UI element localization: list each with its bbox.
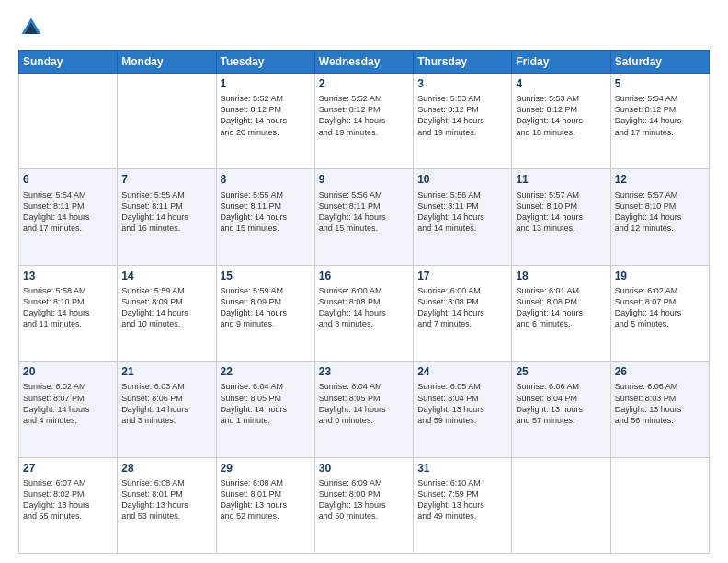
- calendar-week-3: 13Sunrise: 5:58 AMSunset: 8:10 PMDayligh…: [19, 265, 710, 361]
- calendar-header-sunday: Sunday: [19, 51, 118, 74]
- calendar-cell: 15Sunrise: 5:59 AMSunset: 8:09 PMDayligh…: [216, 265, 314, 361]
- calendar-cell: 1Sunrise: 5:52 AMSunset: 8:12 PMDaylight…: [216, 74, 314, 169]
- calendar-cell: 17Sunrise: 6:00 AMSunset: 8:08 PMDayligh…: [414, 265, 512, 361]
- calendar-cell: 21Sunrise: 6:03 AMSunset: 8:06 PMDayligh…: [118, 362, 216, 457]
- day-number: 14Sunrise: 5:59 AMSunset: 8:09 PMDayligh…: [121, 269, 211, 329]
- calendar-cell: 5Sunrise: 5:54 AMSunset: 8:12 PMDaylight…: [610, 74, 709, 169]
- calendar-cell: 16Sunrise: 6:00 AMSunset: 8:08 PMDayligh…: [314, 265, 413, 361]
- calendar-header-saturday: Saturday: [610, 51, 709, 74]
- calendar-cell: 3Sunrise: 5:53 AMSunset: 8:12 PMDaylight…: [414, 74, 512, 169]
- day-number: 24Sunrise: 6:05 AMSunset: 8:04 PMDayligh…: [417, 364, 507, 425]
- calendar-cell: [118, 74, 216, 169]
- day-number: 22Sunrise: 6:04 AMSunset: 8:05 PMDayligh…: [221, 364, 311, 425]
- day-number: 4Sunrise: 5:53 AMSunset: 8:12 PMDaylight…: [516, 76, 606, 137]
- day-number: 8Sunrise: 5:55 AMSunset: 8:11 PMDaylight…: [221, 172, 311, 233]
- calendar-cell: 30Sunrise: 6:09 AMSunset: 8:00 PMDayligh…: [314, 457, 413, 553]
- day-number: 17Sunrise: 6:00 AMSunset: 8:08 PMDayligh…: [417, 269, 507, 329]
- calendar-cell: [512, 457, 610, 553]
- calendar-page: SundayMondayTuesdayWednesdayThursdayFrid…: [0, 0, 728, 563]
- day-number: 26Sunrise: 6:06 AMSunset: 8:03 PMDayligh…: [615, 364, 705, 425]
- calendar-cell: 20Sunrise: 6:02 AMSunset: 8:07 PMDayligh…: [19, 362, 118, 457]
- calendar-header-friday: Friday: [512, 51, 610, 74]
- calendar-header-wednesday: Wednesday: [314, 51, 413, 74]
- calendar-cell: 29Sunrise: 6:08 AMSunset: 8:01 PMDayligh…: [216, 457, 314, 553]
- day-number: 21Sunrise: 6:03 AMSunset: 8:06 PMDayligh…: [121, 364, 211, 425]
- calendar-cell: 19Sunrise: 6:02 AMSunset: 8:07 PMDayligh…: [610, 265, 709, 361]
- day-number: 2Sunrise: 5:52 AMSunset: 8:12 PMDaylight…: [319, 76, 409, 137]
- calendar-cell: 28Sunrise: 6:08 AMSunset: 8:01 PMDayligh…: [118, 457, 216, 553]
- calendar-header-thursday: Thursday: [414, 51, 512, 74]
- day-number: 11Sunrise: 5:57 AMSunset: 8:10 PMDayligh…: [516, 172, 606, 233]
- calendar-cell: 6Sunrise: 5:54 AMSunset: 8:11 PMDaylight…: [19, 169, 118, 265]
- logo-icon: [18, 15, 44, 40]
- day-number: 12Sunrise: 5:57 AMSunset: 8:10 PMDayligh…: [615, 172, 705, 233]
- calendar-cell: 22Sunrise: 6:04 AMSunset: 8:05 PMDayligh…: [216, 362, 314, 457]
- calendar-cell: 2Sunrise: 5:52 AMSunset: 8:12 PMDaylight…: [314, 74, 413, 169]
- calendar-header-row: SundayMondayTuesdayWednesdayThursdayFrid…: [19, 51, 710, 74]
- day-number: 29Sunrise: 6:08 AMSunset: 8:01 PMDayligh…: [221, 461, 311, 522]
- calendar-cell: 8Sunrise: 5:55 AMSunset: 8:11 PMDaylight…: [216, 169, 314, 265]
- calendar-table: SundayMondayTuesdayWednesdayThursdayFrid…: [18, 50, 710, 554]
- calendar-cell: 10Sunrise: 5:56 AMSunset: 8:11 PMDayligh…: [414, 169, 512, 265]
- calendar-cell: [610, 457, 709, 553]
- calendar-cell: 26Sunrise: 6:06 AMSunset: 8:03 PMDayligh…: [610, 362, 709, 457]
- calendar-cell: 18Sunrise: 6:01 AMSunset: 8:08 PMDayligh…: [512, 265, 610, 361]
- day-number: 25Sunrise: 6:06 AMSunset: 8:04 PMDayligh…: [516, 364, 606, 425]
- calendar-week-4: 20Sunrise: 6:02 AMSunset: 8:07 PMDayligh…: [19, 362, 710, 457]
- day-number: 9Sunrise: 5:56 AMSunset: 8:11 PMDaylight…: [319, 172, 409, 233]
- day-number: 20Sunrise: 6:02 AMSunset: 8:07 PMDayligh…: [23, 364, 113, 425]
- day-number: 3Sunrise: 5:53 AMSunset: 8:12 PMDaylight…: [417, 76, 507, 137]
- calendar-week-2: 6Sunrise: 5:54 AMSunset: 8:11 PMDaylight…: [19, 169, 710, 265]
- calendar-cell: 11Sunrise: 5:57 AMSunset: 8:10 PMDayligh…: [512, 169, 610, 265]
- calendar-week-1: 1Sunrise: 5:52 AMSunset: 8:12 PMDaylight…: [19, 74, 710, 169]
- day-number: 18Sunrise: 6:01 AMSunset: 8:08 PMDayligh…: [516, 269, 606, 329]
- day-number: 7Sunrise: 5:55 AMSunset: 8:11 PMDaylight…: [121, 172, 211, 233]
- calendar-cell: 23Sunrise: 6:04 AMSunset: 8:05 PMDayligh…: [314, 362, 413, 457]
- calendar-cell: 14Sunrise: 5:59 AMSunset: 8:09 PMDayligh…: [118, 265, 216, 361]
- day-number: 28Sunrise: 6:08 AMSunset: 8:01 PMDayligh…: [121, 461, 211, 522]
- day-number: 23Sunrise: 6:04 AMSunset: 8:05 PMDayligh…: [319, 364, 409, 425]
- day-number: 15Sunrise: 5:59 AMSunset: 8:09 PMDayligh…: [221, 269, 311, 329]
- day-number: 13Sunrise: 5:58 AMSunset: 8:10 PMDayligh…: [23, 269, 113, 329]
- day-number: 19Sunrise: 6:02 AMSunset: 8:07 PMDayligh…: [615, 269, 705, 329]
- calendar-cell: 12Sunrise: 5:57 AMSunset: 8:10 PMDayligh…: [610, 169, 709, 265]
- calendar-cell: 31Sunrise: 6:10 AMSunset: 7:59 PMDayligh…: [414, 457, 512, 553]
- day-number: 6Sunrise: 5:54 AMSunset: 8:11 PMDaylight…: [23, 172, 113, 233]
- day-number: 31Sunrise: 6:10 AMSunset: 7:59 PMDayligh…: [417, 461, 507, 522]
- calendar-cell: 25Sunrise: 6:06 AMSunset: 8:04 PMDayligh…: [512, 362, 610, 457]
- day-number: 1Sunrise: 5:52 AMSunset: 8:12 PMDaylight…: [221, 76, 311, 137]
- calendar-cell: 4Sunrise: 5:53 AMSunset: 8:12 PMDaylight…: [512, 74, 610, 169]
- header: [18, 15, 710, 40]
- calendar-week-5: 27Sunrise: 6:07 AMSunset: 8:02 PMDayligh…: [19, 457, 710, 553]
- calendar-cell: 24Sunrise: 6:05 AMSunset: 8:04 PMDayligh…: [414, 362, 512, 457]
- calendar-cell: 13Sunrise: 5:58 AMSunset: 8:10 PMDayligh…: [19, 265, 118, 361]
- calendar-header-monday: Monday: [118, 51, 216, 74]
- calendar-cell: 27Sunrise: 6:07 AMSunset: 8:02 PMDayligh…: [19, 457, 118, 553]
- day-number: 5Sunrise: 5:54 AMSunset: 8:12 PMDaylight…: [615, 76, 705, 137]
- calendar-cell: 9Sunrise: 5:56 AMSunset: 8:11 PMDaylight…: [314, 169, 413, 265]
- calendar-cell: 7Sunrise: 5:55 AMSunset: 8:11 PMDaylight…: [118, 169, 216, 265]
- day-number: 30Sunrise: 6:09 AMSunset: 8:00 PMDayligh…: [319, 461, 409, 522]
- calendar-cell: [19, 74, 118, 169]
- day-number: 27Sunrise: 6:07 AMSunset: 8:02 PMDayligh…: [23, 461, 113, 522]
- calendar-header-tuesday: Tuesday: [216, 51, 314, 74]
- day-number: 10Sunrise: 5:56 AMSunset: 8:11 PMDayligh…: [417, 172, 507, 233]
- day-number: 16Sunrise: 6:00 AMSunset: 8:08 PMDayligh…: [319, 269, 409, 329]
- logo: [18, 15, 48, 40]
